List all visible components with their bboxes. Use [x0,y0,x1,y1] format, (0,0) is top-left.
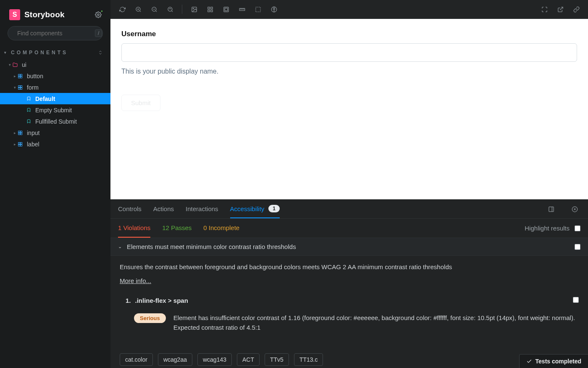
settings-button[interactable] [94,10,103,19]
grid-button[interactable] [204,3,216,15]
close-icon [572,206,578,212]
tree-label: Default [35,95,55,102]
field-hint: This is your public display name. [121,68,577,75]
copy-link-button[interactable] [570,3,582,15]
a11y-body: ⌄ Elements must meet minimum color contr… [110,238,588,368]
svg-rect-14 [21,133,22,135]
remount-button[interactable] [116,3,128,15]
panel-close-button[interactable] [569,203,580,215]
sidebar-header: S Storybook [0,0,110,26]
outline-button[interactable] [252,3,264,15]
subtab-passes[interactable]: 12 Passes [162,219,192,238]
story-icon [25,108,32,112]
tree-story-default[interactable]: Default [0,93,110,104]
chevron-right-icon: ▸ [13,131,17,135]
highlight-label: Highlight results [525,225,570,232]
svg-rect-4 [21,74,22,76]
measure-button[interactable] [236,3,248,15]
tests-status-badge[interactable]: Tests completed [519,354,588,368]
svg-point-43 [273,8,274,8]
svg-point-26 [168,7,172,11]
component-icon [17,142,24,147]
zoom-reset-icon [167,6,173,13]
tag: wcag2aa [158,353,192,366]
tag: cat.color [120,353,153,366]
chevron-down-icon: ⌄ [118,244,122,249]
node-checkbox[interactable] [573,297,579,303]
section-header-components[interactable]: ▾ COMPONENTS [0,46,110,59]
addon-panel: Controls Actions Interactions Accessibil… [110,199,588,368]
tree-story-empty-submit[interactable]: Empty Submit [0,104,110,116]
svg-rect-41 [255,7,260,11]
svg-rect-18 [21,144,22,146]
chevron-right-icon: ▸ [13,74,17,78]
tree-component-label[interactable]: ▸ label [0,138,110,150]
tab-controls[interactable]: Controls [118,200,142,218]
svg-rect-31 [210,7,212,8]
field-label: Username [121,30,577,38]
violation-checkbox[interactable] [575,244,580,250]
subtab-violations[interactable]: 1 Violations [118,219,150,238]
open-new-tab-button[interactable] [554,3,566,15]
outline-icon [255,6,261,13]
tag: TTv5 [265,353,289,366]
svg-line-27 [171,11,173,12]
tree-folder-ui[interactable]: ▾ ui [0,59,110,70]
viewport-button[interactable] [220,3,232,15]
zoom-in-button[interactable] [132,3,144,15]
tree-component-input[interactable]: ▸ input [0,127,110,138]
svg-rect-12 [21,131,22,132]
folder-icon [12,62,18,67]
tree-label: Empty Submit [35,107,72,114]
chevron-right-icon: ▸ [13,142,17,146]
tag: TT13.c [294,353,323,366]
tests-status-label: Tests completed [536,358,581,365]
sidebar: S Storybook / ▾ COMPONENTS ▾ ui ▸ but [0,0,110,368]
a11y-vision-button[interactable] [268,3,280,15]
background-button[interactable] [188,3,200,15]
tree-component-form[interactable]: ▾ form [0,82,110,93]
submit-button[interactable]: Submit [121,95,160,111]
more-info-link[interactable]: More info... [120,277,151,284]
svg-rect-33 [210,10,212,11]
panel-orientation-button[interactable] [545,203,557,215]
sidebar-icon [548,206,554,212]
search-input[interactable] [17,30,91,37]
tab-accessibility[interactable]: Accessibility 1 [230,200,280,218]
violation-description: Ensures the contrast between foreground … [120,263,579,270]
svg-rect-10 [21,87,22,89]
highlight-checkbox[interactable] [575,225,580,231]
svg-point-0 [97,14,99,16]
tree-label: ui [22,61,26,68]
search-input-wrap[interactable]: / [8,26,103,40]
tree-story-fullfilled-submit[interactable]: Fullfilled Submit [0,116,110,127]
fullscreen-icon [541,6,548,13]
expand-collapse-icon[interactable] [98,50,103,55]
subtab-incomplete[interactable]: 0 Incomplete [203,219,239,238]
tab-interactions[interactable]: Interactions [186,200,218,218]
username-input[interactable] [121,43,577,62]
tab-label: Accessibility [230,205,265,212]
brand: S Storybook [9,9,65,20]
image-icon [191,6,197,13]
zoom-out-icon [151,6,158,13]
zoom-reset-button[interactable] [164,3,176,15]
component-icon [17,74,24,79]
svg-line-20 [139,11,141,12]
svg-point-29 [193,8,194,9]
tab-actions[interactable]: Actions [153,200,174,218]
main: Username This is your public display nam… [110,0,588,368]
fullscreen-button[interactable] [538,3,550,15]
tree-label: button [27,73,43,79]
chevron-down-icon: ▾ [8,63,12,67]
tree-component-button[interactable]: ▸ button [0,70,110,82]
zoom-out-button[interactable] [148,3,160,15]
svg-rect-8 [21,85,22,87]
brand-logo: S [9,9,20,20]
violation-message: Element has insufficient color contrast … [173,313,579,332]
violation-header[interactable]: ⌄ Elements must meet minimum color contr… [110,238,588,256]
section-title: COMPONENTS [11,50,68,56]
component-icon [17,85,24,90]
svg-rect-7 [18,85,20,87]
violation-node: 1. .inline-flex > span [120,297,579,304]
